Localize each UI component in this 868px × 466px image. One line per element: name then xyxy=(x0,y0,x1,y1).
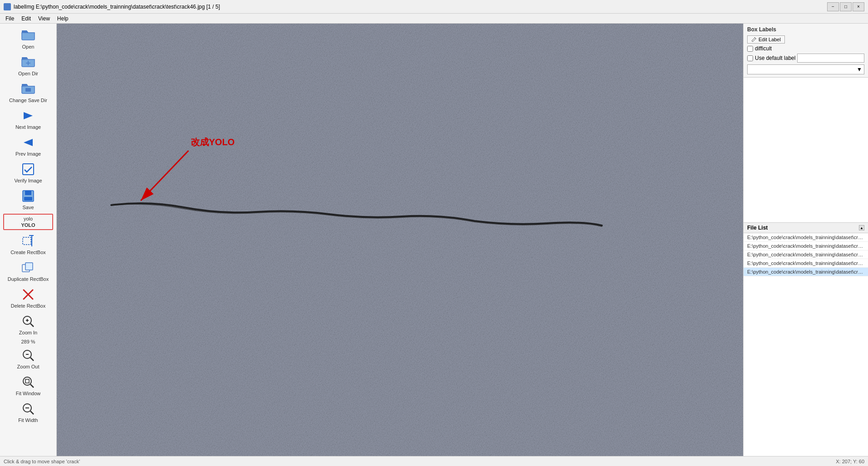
menu-view[interactable]: View xyxy=(35,15,54,23)
use-default-label-checkbox[interactable] xyxy=(747,55,753,61)
svg-rect-3 xyxy=(25,88,31,92)
svg-point-24 xyxy=(23,377,31,385)
file-item-selected[interactable]: E:\python_code\crack\models_trainning\da… xyxy=(744,268,868,276)
statusbar-left: Click & drag to move shape 'crack' xyxy=(4,459,80,464)
annotation-text: 改成YOLO xyxy=(191,137,235,147)
chevron-down-icon: ▼ xyxy=(857,66,862,73)
duplicate-rect-icon xyxy=(20,260,36,276)
svg-rect-10 xyxy=(23,237,31,245)
pencil-icon xyxy=(751,37,757,42)
canvas-area[interactable]: 改成YOLO xyxy=(57,24,743,456)
default-label-row: Use default label xyxy=(747,54,864,63)
save-icon xyxy=(20,188,36,204)
svg-rect-14 xyxy=(25,263,33,270)
fit-window-icon xyxy=(20,374,36,390)
file-list-title: File List xyxy=(747,225,768,231)
create-rectbox-label: Create RectBox xyxy=(10,250,46,255)
next-image-icon xyxy=(20,108,36,124)
create-rect-icon xyxy=(20,233,36,249)
svg-marker-4 xyxy=(24,112,33,119)
use-default-label-text: Use default label xyxy=(755,55,795,61)
zoom-out-button[interactable]: Zoom Out xyxy=(3,345,53,371)
zoom-level: 289 % xyxy=(21,338,35,345)
statusbar: Click & drag to move shape 'crack' X: 20… xyxy=(0,456,868,466)
fit-window-button[interactable]: Fit Window xyxy=(3,372,53,398)
change-save-dir-button[interactable]: Change Save Dir xyxy=(3,79,53,105)
difficult-checkbox[interactable] xyxy=(747,46,753,52)
svg-rect-8 xyxy=(25,191,31,195)
next-image-label: Next Image xyxy=(15,124,41,130)
svg-rect-9 xyxy=(24,197,32,201)
menu-edit[interactable]: Edit xyxy=(18,15,35,23)
svg-line-29 xyxy=(30,411,34,414)
duplicate-rectbox-button[interactable]: Duplicate RectBox xyxy=(3,258,53,284)
open-button[interactable]: Open xyxy=(3,25,53,51)
menu-help[interactable]: Help xyxy=(54,15,72,23)
right-panel: Box Labels Edit Label difficult Use defa… xyxy=(743,24,868,456)
folder-dir-icon xyxy=(20,54,36,70)
file-item[interactable]: E:\python_code\crack\models_trainning\da… xyxy=(744,250,868,259)
menubar: File Edit View Help xyxy=(0,14,868,24)
file-item[interactable]: E:\python_code\crack\models_trainning\da… xyxy=(744,233,868,242)
file-item[interactable]: E:\python_code\crack\models_trainning\da… xyxy=(744,242,868,250)
left-toolbar: Open Open Dir C xyxy=(0,24,57,456)
fit-width-label: Fit Width xyxy=(18,417,38,423)
app-icon xyxy=(4,3,11,10)
svg-line-23 xyxy=(30,358,34,361)
file-list-collapse-button[interactable]: ▲ xyxy=(859,225,864,231)
delete-rect-icon xyxy=(20,286,36,303)
svg-marker-5 xyxy=(24,139,33,146)
minimize-button[interactable]: − xyxy=(827,2,839,11)
svg-line-26 xyxy=(30,384,34,388)
fit-width-button[interactable]: Fit Width xyxy=(3,399,53,425)
change-save-dir-label: Change Save Dir xyxy=(9,98,47,103)
edit-label-button[interactable]: Edit Label xyxy=(747,35,785,44)
verify-image-button[interactable]: Verify Image xyxy=(3,159,53,185)
delete-rectbox-button[interactable]: Delete RectBox xyxy=(3,285,53,310)
format-selector[interactable]: yolo YOLO xyxy=(3,214,53,230)
difficult-row: difficult xyxy=(747,45,864,52)
save-label: Save xyxy=(22,205,34,210)
file-item[interactable]: E:\python_code\crack\models_trainning\da… xyxy=(744,259,868,268)
zoom-in-icon xyxy=(20,313,36,329)
svg-rect-31 xyxy=(57,24,743,456)
next-image-button[interactable]: Next Image xyxy=(3,106,53,132)
titlebar-controls: − □ × xyxy=(827,2,864,11)
file-list-header: File List ▲ xyxy=(744,223,868,233)
open-label: Open xyxy=(22,44,35,49)
statusbar-right: X: 207; Y: 60 xyxy=(836,459,864,464)
zoom-in-label: Zoom In xyxy=(19,330,37,335)
label-dropdown[interactable]: ▼ xyxy=(747,64,864,74)
default-label-input[interactable] xyxy=(797,54,864,63)
save-button[interactable]: Save xyxy=(3,186,53,212)
difficult-label: difficult xyxy=(755,45,772,52)
format-top-row: yolo xyxy=(5,216,51,222)
zoom-in-button[interactable]: Zoom In xyxy=(3,311,53,337)
format-top-label: yolo xyxy=(24,216,33,221)
box-labels-section: Box Labels Edit Label difficult Use defa… xyxy=(744,24,868,78)
duplicate-rectbox-label: Duplicate RectBox xyxy=(8,276,49,282)
file-list-section: File List ▲ E:\python_code\crack\models_… xyxy=(744,223,868,456)
titlebar: labelImg E:\python_code\crack\models_tra… xyxy=(0,0,868,14)
svg-line-20 xyxy=(30,324,34,327)
format-bottom-row: YOLO xyxy=(5,222,51,228)
maximize-button[interactable]: □ xyxy=(840,2,852,11)
close-button[interactable]: × xyxy=(853,2,864,11)
verify-image-label: Verify Image xyxy=(14,178,42,183)
delete-rectbox-label: Delete RectBox xyxy=(11,303,45,309)
labels-list-area xyxy=(744,78,868,223)
fit-width-icon xyxy=(20,401,36,417)
titlebar-left: labelImg E:\python_code\crack\models_tra… xyxy=(4,3,220,10)
prev-image-button[interactable]: Prev Image xyxy=(3,132,53,158)
prev-image-icon xyxy=(20,134,36,151)
zoom-out-label: Zoom Out xyxy=(17,364,40,369)
fit-window-label: Fit Window xyxy=(16,391,40,396)
box-labels-title: Box Labels xyxy=(747,26,864,33)
format-bottom-label: YOLO xyxy=(21,222,35,228)
open-dir-label: Open Dir xyxy=(18,71,38,76)
zoom-out-icon xyxy=(20,347,36,363)
main-layout: Open Open Dir C xyxy=(0,24,868,456)
open-dir-button[interactable]: Open Dir xyxy=(3,52,53,78)
create-rectbox-button[interactable]: Create RectBox xyxy=(3,231,53,257)
menu-file[interactable]: File xyxy=(2,15,18,23)
